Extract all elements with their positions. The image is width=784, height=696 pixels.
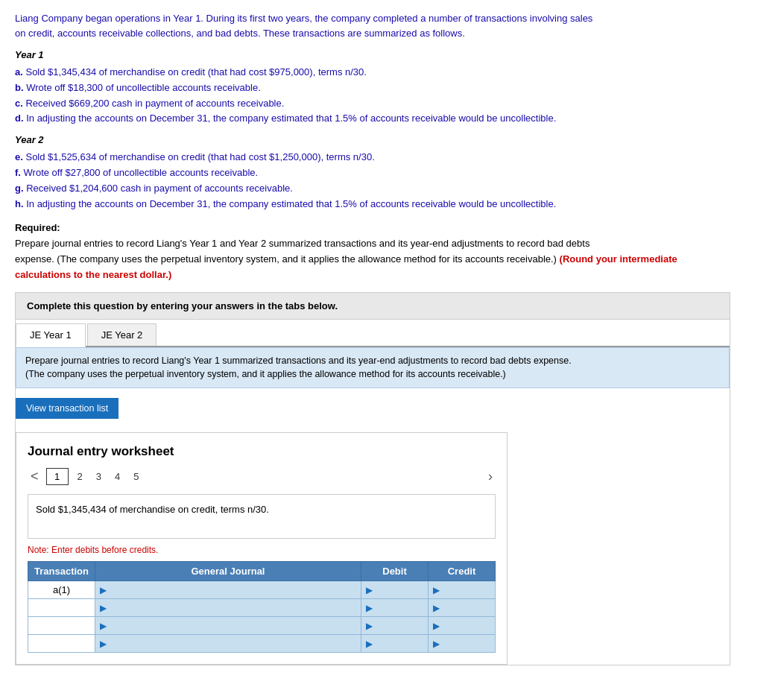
transaction-cell-2 [28,599,95,617]
arrow-icon-12: ▶ [433,639,440,649]
transaction-cell-4 [28,635,95,653]
col-header-credit: Credit [429,562,496,581]
journal-cell-2[interactable]: ▶ [95,599,361,617]
year2-transaction-f: f. Wrote off $27,800 of uncollectible ac… [15,165,730,181]
arrow-icon-2: ▶ [366,585,373,595]
instruction-box: Complete this question by entering your … [15,292,730,320]
debit-cell-3[interactable]: ▶ [361,617,429,635]
note-text: Note: Enter debits before credits. [28,545,496,555]
tab-je-year-1[interactable]: JE Year 1 [16,323,86,347]
transaction-description: Sold $1,345,434 of merchandise on credit… [28,494,496,539]
active-tab-description: Prepare journal entries to record Liang'… [16,347,730,389]
credit-cell-1[interactable]: ▶ [429,581,496,599]
table-row: a(1) ▶ ▶ ▶ [28,581,496,599]
tab-content-year1: Prepare journal entries to record Liang'… [16,347,730,665]
worksheet-nav: < 1 2 3 4 5 › [28,468,496,485]
worksheet-title: Journal entry worksheet [28,444,496,459]
debit-cell-1[interactable]: ▶ [361,581,429,599]
required-text1: Prepare journal entries to record Liang'… [15,238,589,249]
arrow-icon-10: ▶ [100,639,107,649]
year2-heading: Year 2 [15,134,730,145]
year2-transactions: e. Sold $1,525,634 of merchandise on cre… [15,150,730,212]
arrow-icon-1: ▶ [100,585,107,595]
journal-cell-1[interactable]: ▶ [95,581,361,599]
credit-cell-4[interactable]: ▶ [429,635,496,653]
arrow-icon-3: ▶ [433,585,440,595]
year2-transaction-e: e. Sold $1,525,634 of merchandise on cre… [15,150,730,165]
arrow-icon-7: ▶ [100,621,107,631]
year1-heading: Year 1 [15,49,730,60]
arrow-icon-5: ▶ [366,603,373,613]
debit-cell-2[interactable]: ▶ [361,599,429,617]
worksheet-container: Journal entry worksheet < 1 2 3 4 5 › So… [16,432,508,665]
prev-page-button[interactable]: < [28,469,42,484]
page-2-button[interactable]: 2 [73,469,87,484]
required-text2: expense. (The company uses the perpetual… [15,253,560,265]
journal-table: Transaction General Journal Debit Credit… [28,561,496,653]
credit-cell-2[interactable]: ▶ [429,599,496,617]
year1-transaction-c: c. Received $669,200 cash in payment of … [15,96,730,112]
arrow-icon-6: ▶ [433,603,440,613]
required-label: Required: [15,222,60,233]
intro-paragraph: Liang Company began operations in Year 1… [15,11,730,40]
transaction-cell-3 [28,617,95,635]
year1-transaction-b: b. Wrote off $18,300 of uncollectible ac… [15,80,730,96]
tabs-container: JE Year 1 JE Year 2 Prepare journal entr… [15,320,730,666]
year1-transaction-d: d. In adjusting the accounts on December… [15,111,730,127]
page-3-button[interactable]: 3 [92,469,106,484]
table-row: ▶ ▶ ▶ [28,635,496,653]
arrow-icon-8: ▶ [366,621,373,631]
page-4-button[interactable]: 4 [110,469,124,484]
description-line1: Prepare journal entries to record Liang'… [25,355,572,366]
table-row: ▶ ▶ ▶ [28,599,496,617]
col-header-general-journal: General Journal [95,562,361,581]
description-line2: (The company uses the perpetual inventor… [25,369,506,379]
page-5-button[interactable]: 5 [129,469,143,484]
credit-cell-3[interactable]: ▶ [429,617,496,635]
journal-cell-4[interactable]: ▶ [95,635,361,653]
required-section: Required: Prepare journal entries to rec… [15,221,730,282]
tab-je-year-2[interactable]: JE Year 2 [87,323,157,346]
arrow-icon-11: ▶ [366,639,373,649]
transaction-cell-1: a(1) [28,581,95,599]
arrow-icon-4: ▶ [100,603,107,613]
year1-transactions: a. Sold $1,345,434 of merchandise on cre… [15,65,730,127]
table-row: ▶ ▶ ▶ [28,617,496,635]
col-header-transaction: Transaction [28,562,95,581]
next-page-button[interactable]: › [485,469,496,484]
tab-bar: JE Year 1 JE Year 2 [16,320,730,347]
debit-cell-4[interactable]: ▶ [361,635,429,653]
col-header-debit: Debit [361,562,429,581]
year2-transaction-g: g. Received $1,204,600 cash in payment o… [15,181,730,197]
view-transaction-button[interactable]: View transaction list [16,398,118,419]
year1-transaction-a: a. Sold $1,345,434 of merchandise on cre… [15,65,730,80]
arrow-icon-9: ▶ [433,621,440,631]
journal-cell-3[interactable]: ▶ [95,617,361,635]
year2-transaction-h: h. In adjusting the accounts on December… [15,197,730,212]
page-1-button[interactable]: 1 [46,468,69,485]
